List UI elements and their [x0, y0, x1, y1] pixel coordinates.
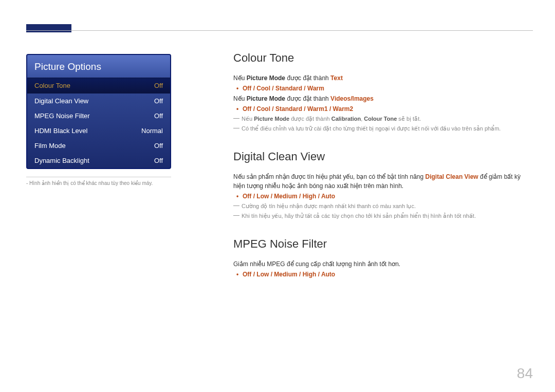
note-text: Khi tín hiệu yếu, hãy thử tất cả các tùy…	[233, 212, 533, 220]
body-text: Nếu Picture Mode được đặt thành Videos/I…	[233, 94, 533, 103]
row-label: Colour Tone	[34, 82, 70, 89]
option-list: Off / Low / Medium / High / Auto	[233, 192, 533, 201]
page-number: 84	[517, 365, 533, 382]
content-column: Colour Tone Nếu Picture Mode được đặt th…	[233, 49, 533, 280]
row-value: Off	[154, 112, 163, 120]
row-label: MPEG Noise Filter	[34, 112, 90, 120]
row-value: Normal	[141, 127, 163, 135]
row-value: Off	[154, 97, 163, 105]
row-label: Digital Clean View	[34, 97, 88, 105]
row-label: Film Mode	[34, 142, 66, 150]
row-value: Off	[154, 142, 163, 150]
body-text: Giảm nhiễu MPEG để cung cấp chất lượng h…	[233, 259, 533, 269]
note-text: Nếu Picture Mode được đặt thành Calibrat…	[233, 115, 533, 123]
body-text: Nếu Picture Mode được đặt thành Text	[233, 73, 533, 83]
panel-footnote: - Hình ảnh hiển thị có thể khác nhau tùy…	[26, 177, 171, 186]
option-list: Off / Cool / Standard / Warm1 / Warm2	[233, 104, 533, 114]
panel-title: Picture Options	[27, 55, 170, 78]
option-list: Off / Cool / Standard / Warm	[233, 84, 533, 93]
note-text: Cường độ tín hiệu nhận được mạnh nhất kh…	[233, 202, 533, 211]
row-label: HDMI Black Level	[34, 127, 87, 135]
panel-row-colour-tone[interactable]: Colour Tone Off	[27, 78, 170, 94]
picture-options-panel: Picture Options Colour Tone Off Digital …	[26, 54, 171, 169]
panel-row-film-mode[interactable]: Film Mode Off	[27, 138, 170, 153]
row-label: Dynamic Backlight	[34, 157, 89, 164]
accent-bar	[26, 24, 71, 30]
panel-row-hdmi-black-level[interactable]: HDMI Black Level Normal	[27, 123, 170, 138]
option-list: Off / Low / Medium / High / Auto	[233, 270, 533, 279]
body-text: Nếu sản phẩm nhận được tín hiệu phát yếu…	[233, 172, 533, 191]
section-title-digital-clean-view: Digital Clean View	[233, 148, 533, 165]
top-rule	[26, 30, 533, 31]
section-title-mpeg-noise-filter: MPEG Noise Filter	[233, 235, 533, 252]
note-text: Có thể điều chỉnh và lưu trữ cài đặt cho…	[233, 124, 533, 133]
row-value: Off	[154, 82, 163, 89]
panel-row-digital-clean-view[interactable]: Digital Clean View Off	[27, 94, 170, 108]
section-title-colour-tone: Colour Tone	[233, 49, 533, 66]
panel-row-mpeg-noise-filter[interactable]: MPEG Noise Filter Off	[27, 108, 170, 123]
panel-row-dynamic-backlight[interactable]: Dynamic Backlight Off	[27, 153, 170, 168]
row-value: Off	[154, 157, 163, 164]
